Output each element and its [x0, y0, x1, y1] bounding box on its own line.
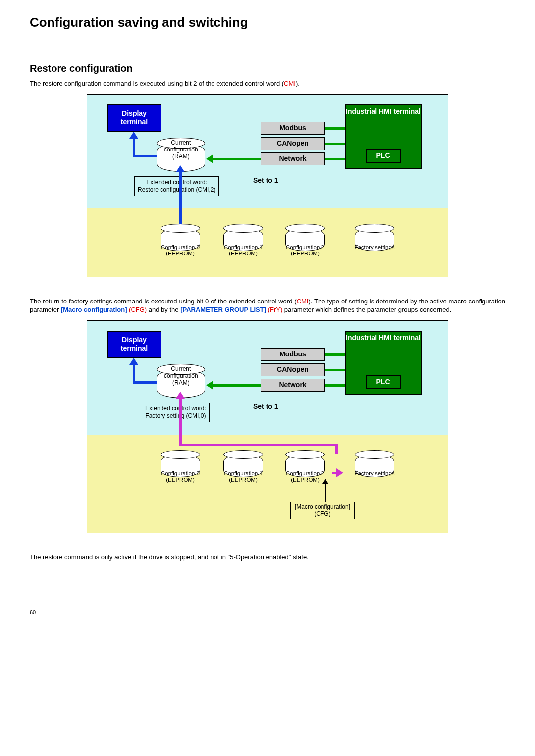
connector [179, 398, 182, 422]
divider [30, 50, 505, 50]
intro-post: ). [296, 80, 300, 87]
connector [179, 171, 182, 226]
factory-label: Factory settings [347, 244, 402, 251]
txt: Configuration 1 [224, 244, 263, 250]
intro-paragraph: The restore configuration command is exe… [30, 79, 505, 88]
canopen-box: CANopen [261, 137, 325, 150]
canopen-box: CANopen [261, 363, 325, 376]
txt: (EEPROM) [166, 477, 195, 483]
hmi-plc-box: Industrial HMI terminal PLC [345, 331, 422, 395]
current-config-label: Current configuration (RAM) [164, 139, 198, 160]
txt: [Macro configuration] [295, 504, 350, 510]
arrow-left-icon [206, 381, 213, 390]
txt: Configuration 0 [161, 244, 200, 250]
cmi-code: CMI [284, 80, 296, 87]
connector [325, 127, 345, 130]
arrow-left-icon [206, 154, 213, 163]
txt: Configuration 0 [161, 470, 200, 476]
txt: (RAM) [172, 153, 190, 160]
hmi-plc-box: Industrial HMI terminal PLC [345, 104, 422, 169]
display-terminal-box: Display terminal [107, 104, 161, 132]
txt: Extended control word: [145, 405, 206, 412]
network-box: Network [261, 152, 325, 165]
arrow-up-icon [322, 479, 328, 484]
txt: Factory settings [354, 244, 394, 250]
connector [335, 444, 338, 454]
set-to-1-label: Set to 1 [253, 176, 278, 184]
connector [179, 444, 338, 446]
connector [213, 158, 261, 160]
config0-label: Configuration 0 (EEPROM) [153, 470, 208, 484]
hmi-label: Industrial HMI terminal [346, 334, 421, 342]
fry-code: (FrY) [266, 306, 282, 313]
diagram-2: Display terminal Industrial HMI terminal… [87, 320, 448, 533]
diagram-1: Display terminal Industrial HMI terminal… [87, 94, 448, 277]
paragraph-factory-settings: The return to factory settings command i… [30, 297, 505, 314]
connector [179, 422, 182, 445]
config2-label: Configuration 2 (EEPROM) [278, 244, 332, 258]
arrow-up-icon [176, 165, 185, 172]
txt: (EEPROM) [291, 477, 320, 483]
connector [133, 138, 135, 157]
diagram-2-wrap: Display terminal Industrial HMI terminal… [30, 320, 505, 533]
connector [325, 384, 345, 387]
txt: (EEPROM) [229, 477, 258, 483]
plc-box: PLC [366, 375, 401, 389]
modbus-box: Modbus [261, 348, 325, 361]
connector [325, 369, 345, 371]
param-group-list: [PARAMETER GROUP LIST] [180, 306, 266, 313]
txt: The return to factory settings command i… [30, 298, 297, 305]
config1-label: Configuration 1 (EEPROM) [216, 244, 270, 258]
paragraph-restore-condition: The restore command is only active if th… [30, 553, 505, 562]
txt: (RAM) [172, 379, 190, 386]
factory-label: Factory settings [347, 470, 402, 477]
txt: Configuration 2 [286, 470, 324, 476]
diagram-1-wrap: Display terminal Industrial HMI terminal… [30, 94, 505, 277]
cfg-code: (CFG) [127, 306, 147, 313]
txt: Factory setting (CMI,0) [145, 412, 206, 419]
modbus-box: Modbus [261, 122, 325, 135]
txt: Restore configuration (CMI,2) [138, 186, 215, 193]
footer-divider [30, 606, 505, 606]
txt: (EEPROM) [166, 251, 195, 256]
txt: Configuration 2 [286, 244, 324, 250]
hmi-label: Industrial HMI terminal [346, 107, 421, 116]
extended-control-word-box: Extended control word: Factory setting (… [142, 403, 210, 422]
txt: and by the [147, 306, 180, 313]
plc-box: PLC [366, 149, 401, 163]
macro-config-box: [Macro configuration] (CFG) [290, 502, 355, 520]
txt: (CFG) [314, 510, 330, 517]
txt: (EEPROM) [229, 251, 258, 256]
set-to-1-label: Set to 1 [253, 403, 278, 410]
txt: Factory settings [354, 470, 394, 476]
txt: Configuration 1 [224, 470, 263, 476]
current-config-label: Current configuration (RAM) [164, 365, 198, 387]
connector [213, 384, 261, 387]
network-box: Network [261, 379, 325, 392]
config0-label: Configuration 0 (EEPROM) [153, 244, 208, 258]
section-subheading: Restore configuration [30, 63, 505, 74]
intro-pre: The restore configuration command is exe… [30, 80, 284, 87]
config1-label: Configuration 1 (EEPROM) [216, 470, 270, 484]
txt: configuration [164, 372, 198, 379]
connector [325, 353, 345, 356]
display-terminal-box: Display terminal [107, 331, 161, 358]
connector [325, 143, 345, 145]
txt: Current [171, 139, 191, 146]
page-number: 60 [30, 609, 505, 615]
macro-config-param: [Macro configuration] [61, 306, 127, 313]
page-heading: Configuration saving and switching [30, 15, 505, 30]
txt: configuration [164, 146, 198, 153]
extended-control-word-box: Extended control word: Restore configura… [134, 176, 219, 196]
txt: Current [171, 365, 191, 372]
connector [325, 158, 345, 160]
txt: (EEPROM) [291, 251, 320, 256]
connector [133, 381, 157, 384]
cmi-code: CMI [297, 298, 309, 305]
txt: parameter which defines the parameter gr… [282, 306, 451, 313]
connector [133, 155, 157, 157]
connector [332, 472, 338, 474]
connector [133, 364, 135, 384]
txt: Extended control word: [146, 179, 207, 186]
